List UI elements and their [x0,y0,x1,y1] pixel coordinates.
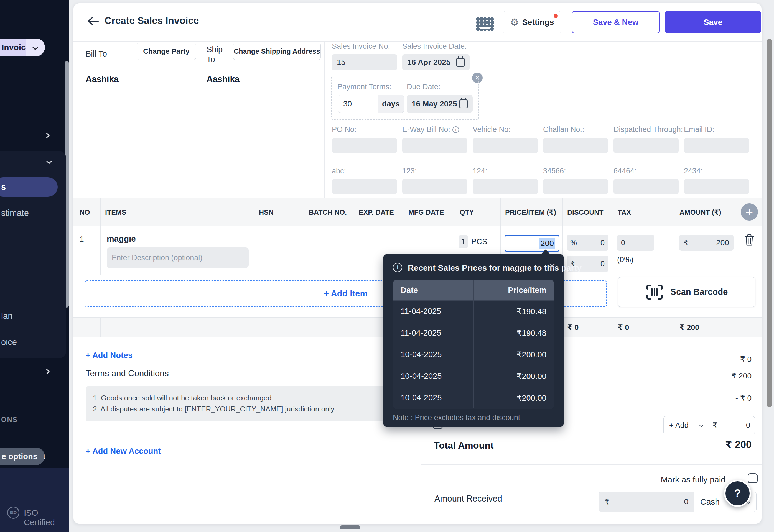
save-and-new-button[interactable]: Save & New [572,11,660,33]
invoice-no-field[interactable]: 15 [332,54,397,70]
amount-received-input[interactable]: ₹ 0 [599,492,694,512]
popup-col-price: Price/Item [474,280,554,300]
popup-price-row[interactable]: 11-04-2025 ₹190.48 [393,300,554,322]
sidebar-item-label: s [1,182,6,192]
col-tax: TAX [613,198,675,226]
add-column-button[interactable]: + [741,203,758,221]
chevron-down-icon[interactable] [25,39,45,56]
add-new-account-link[interactable]: + Add New Account [86,447,161,456]
delete-row-icon[interactable] [744,234,755,246]
invoice-date-field[interactable]: 16 Apr 2025 [402,54,470,70]
total-amount-label: Total Amount [434,440,494,451]
custom-field-label: 124: [473,167,487,175]
due-date-field[interactable]: 16 May 2025 [407,95,473,113]
custom-field-input[interactable] [402,179,468,194]
change-party-button[interactable]: Change Party [137,43,196,60]
recent-prices-table: Date Price/Item 11-04-2025 ₹190.48 11-04… [393,280,554,409]
add-notes-link[interactable]: + Add Notes [86,351,132,360]
settings-button[interactable]: ⚙ Settings [503,11,561,33]
sidebar-menu-group: s stimate lan oice [0,151,66,358]
horizontal-scrollbar[interactable] [340,525,360,529]
col-price-item: PRICE/ITEM (₹) [501,198,563,226]
vehicle-no-input[interactable] [473,138,538,153]
batch-no-cell[interactable] [304,226,354,275]
terms-text-box[interactable]: 1. Goods once sold will not be taken bac… [86,386,413,421]
more-options-button[interactable]: e options ↓ [0,448,45,465]
summary-value: ₹ 0 [740,355,752,364]
ship-to-label: Ship To [206,44,226,64]
add-charge-amount-input[interactable]: ₹ 0 [708,421,755,430]
item-name[interactable]: maggie [107,234,254,244]
col-mfg-date: MFG DATE [404,198,455,226]
po-no-input[interactable] [332,138,397,153]
sidebar-create-invoice-button[interactable]: Invoice [0,39,45,56]
chevron-down-icon [699,423,703,427]
email-id-input[interactable] [684,138,749,153]
chevron-right-icon[interactable] [44,369,50,374]
down-arrow-icon: ↓ [42,452,46,461]
save-button[interactable]: Save [665,11,761,33]
col-items: ITEMS [101,198,254,226]
popup-col-date: Date [393,280,474,300]
custom-field-input[interactable] [684,179,749,194]
help-button[interactable]: ? [724,480,751,507]
divider [198,42,198,198]
popup-price-row[interactable]: 10-04-2025 ₹200.00 [393,387,554,408]
page-header: Create Sales Invoice ⚙ Settings Save & N… [73,3,762,42]
ship-to-party-name: Aashika [206,74,239,84]
custom-field-input[interactable] [473,179,538,194]
col-no: NO [73,198,101,226]
sidebar-item-estimate[interactable]: stimate [1,208,29,218]
eway-bill-input[interactable] [402,138,468,153]
scan-barcode-button[interactable]: Scan Barcode [618,277,755,307]
keyboard-shortcuts-icon[interactable] [476,17,494,31]
col-discount: DISCOUNT [563,198,613,226]
bill-to-label: Bill To [86,49,107,58]
back-arrow-icon[interactable] [87,16,99,27]
invoice-no-label: Sales Invoice No: [332,42,390,51]
custom-field-input[interactable] [543,179,608,194]
col-exp-date: EXP. DATE [354,198,404,226]
po-no-label: PO No: [332,125,356,134]
price-input[interactable]: 200 [505,235,560,252]
items-table-header: NO ITEMS HSN BATCH NO. EXP. DATE MFG DAT… [73,198,762,226]
mark-fully-paid-label: Mark as fully paid [661,475,726,484]
item-description-input[interactable]: Enter Description (optional) [107,247,249,268]
chevron-down-icon[interactable] [46,158,52,164]
vertical-scrollbar[interactable] [767,39,772,407]
total-amount-col: ₹ 200 [675,318,737,337]
hsn-cell[interactable] [254,226,304,275]
close-icon[interactable]: ✕ [548,261,556,272]
custom-field-input[interactable] [614,179,679,194]
qty-input[interactable]: 1 [459,235,468,248]
notification-dot [554,14,558,18]
gear-icon: ⚙ [510,17,519,28]
iso-badge-icon: ISO [7,507,19,519]
popup-table-header: Date Price/Item [393,280,554,300]
price-value-selected: 200 [539,238,555,249]
custom-field-label: 64464: [614,167,637,175]
dispatched-through-input[interactable] [614,138,679,153]
info-icon[interactable]: i [453,126,459,133]
sidebar-item-selected[interactable]: s [0,177,58,197]
payment-terms-input[interactable]: 30 days [338,95,404,113]
popup-price-row[interactable]: 10-04-2025 ₹200.00 [393,344,554,365]
custom-field-input[interactable] [332,179,397,194]
add-charge-dropdown[interactable]: + Add [664,416,708,434]
popup-price-row[interactable]: 10-04-2025 ₹200.00 [393,365,554,387]
mark-fully-paid-checkbox[interactable] [748,473,758,483]
change-shipping-address-button[interactable]: Change Shipping Address [233,43,321,60]
email-id-label: Email ID: [684,125,714,134]
discount-percent-input[interactable]: % 0 [567,235,609,251]
popup-price-row[interactable]: 11-04-2025 ₹190.48 [393,322,554,344]
unit-label[interactable]: PCS [471,237,487,246]
row-number: 1 [73,226,100,244]
sidebar-item-proforma-invoice[interactable]: oice [1,337,17,347]
tax-input[interactable]: 0 [617,235,654,251]
custom-field-label: 123: [402,167,417,175]
sidebar-item-challan[interactable]: lan [1,311,12,321]
chevron-right-icon[interactable] [44,133,50,138]
days-unit-label: days [378,95,404,113]
challan-no-input[interactable] [543,138,608,153]
amount-received-label: Amount Received [435,494,502,504]
